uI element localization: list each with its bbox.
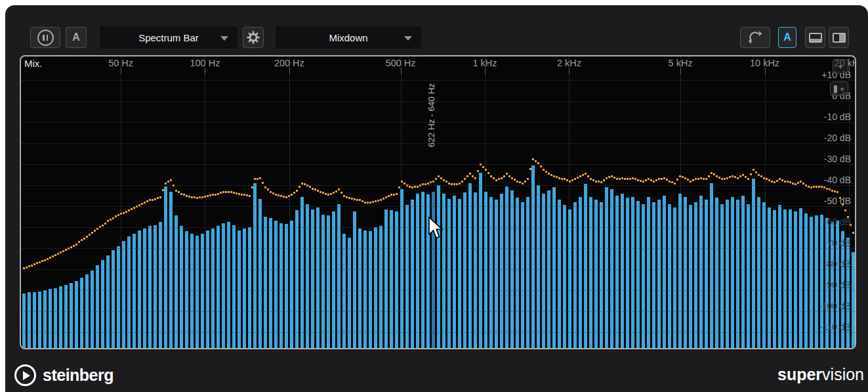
peak-hold-dot bbox=[317, 190, 319, 192]
spectrum-bar bbox=[657, 200, 661, 348]
spectrum-bar bbox=[300, 197, 304, 348]
spectrum-bar bbox=[573, 202, 577, 348]
peak-hold-dot bbox=[721, 178, 723, 180]
brand-name: steinberg bbox=[43, 366, 114, 385]
peak-hold-dot bbox=[697, 178, 699, 180]
frequency-tick-label: 50 Hz bbox=[91, 58, 150, 68]
peak-hold-dot bbox=[411, 186, 413, 188]
spectrum-bar bbox=[699, 196, 703, 348]
module-type-select[interactable]: Spectrum Bar bbox=[100, 26, 238, 49]
frequency-tick-label: 10 kHz bbox=[735, 58, 795, 68]
spectrum-bar bbox=[222, 223, 225, 348]
peak-hold-dot bbox=[577, 177, 579, 179]
peak-hold-dot bbox=[299, 186, 300, 188]
spectrum-bar bbox=[91, 271, 94, 348]
peak-hold-dot bbox=[285, 196, 287, 198]
layout-bottom-button[interactable] bbox=[805, 27, 825, 48]
spectrum-bar bbox=[663, 196, 666, 348]
peak-hold-dot bbox=[440, 177, 442, 179]
peak-hold-dot bbox=[834, 190, 836, 192]
spectrum-bar bbox=[211, 229, 215, 348]
peak-hold-dot bbox=[700, 177, 702, 179]
setup-a-button[interactable]: A bbox=[778, 27, 796, 48]
spectrum-bar bbox=[463, 192, 466, 348]
peak-hold-dot bbox=[837, 191, 838, 193]
peak-hold-dot bbox=[26, 267, 28, 269]
peak-hold-dot bbox=[296, 190, 298, 192]
zoom-y-control[interactable]: + bbox=[830, 81, 848, 96]
chevron-down-icon bbox=[220, 36, 228, 41]
peak-hold-dot bbox=[729, 176, 731, 178]
spectrum-bar bbox=[768, 207, 771, 348]
peak-hold-dot bbox=[682, 176, 684, 178]
channel-select[interactable]: Mixdown bbox=[276, 26, 421, 49]
peak-hold-dot bbox=[548, 173, 550, 175]
peak-hold-dot bbox=[585, 173, 587, 175]
module-a-button[interactable]: A bbox=[66, 27, 87, 48]
peak-hold-dot bbox=[60, 251, 62, 253]
peak-hold-dot bbox=[220, 192, 222, 194]
peak-hold-dot bbox=[52, 255, 54, 257]
peak-hold-dot bbox=[354, 198, 356, 200]
peak-hold-dot bbox=[396, 193, 398, 195]
peak-hold-dot bbox=[532, 158, 534, 160]
peak-hold-dot bbox=[808, 186, 810, 188]
spectrum-bar bbox=[164, 186, 167, 348]
peak-hold-dot bbox=[747, 178, 749, 180]
spectrum-bar bbox=[159, 222, 162, 348]
peak-hold-dot bbox=[264, 186, 266, 188]
peak-hold-dot bbox=[375, 200, 377, 202]
spectrum-bar bbox=[458, 199, 461, 348]
peak-hold-dot bbox=[47, 258, 49, 260]
peak-hold-dot bbox=[149, 199, 151, 201]
peak-hold-dot bbox=[238, 193, 240, 195]
peak-hold-dot bbox=[403, 183, 405, 185]
peak-hold-dot bbox=[490, 175, 492, 177]
peak-hold-dot bbox=[718, 177, 720, 179]
settings-button[interactable] bbox=[243, 27, 264, 48]
spectrum-bar bbox=[80, 278, 83, 348]
peak-hold-dot bbox=[28, 265, 30, 267]
peak-hold-dot bbox=[445, 181, 447, 183]
peak-hold-dot bbox=[91, 232, 93, 234]
peak-hold-dot bbox=[346, 196, 348, 198]
spectrum-plot[interactable]: Mix. 50 Hz100 Hz200 Hz500 Hz1 kHz2 kHz5 … bbox=[20, 55, 856, 349]
spectrum-bar bbox=[594, 200, 598, 348]
peak-hold-dot bbox=[41, 260, 43, 262]
pause-circle-icon bbox=[37, 30, 54, 46]
spectrum-bar bbox=[306, 204, 309, 348]
peak-hold-dot bbox=[359, 199, 361, 201]
peak-hold-dot bbox=[553, 175, 555, 177]
peak-hold-dot bbox=[270, 191, 272, 193]
peak-hold-dot bbox=[335, 190, 337, 192]
peak-hold-dot bbox=[293, 192, 295, 194]
peak-hold-dot bbox=[676, 179, 678, 181]
spectrum-bar bbox=[43, 290, 47, 348]
peak-hold-dot bbox=[810, 186, 812, 188]
peak-hold-dot bbox=[217, 193, 219, 195]
peak-hold-dot bbox=[600, 181, 602, 183]
spectrum-bar bbox=[747, 204, 750, 348]
spectrum-bar bbox=[311, 209, 314, 348]
peak-hold-dot bbox=[750, 173, 752, 175]
spectrum-bar bbox=[232, 225, 236, 348]
spectrum-bar bbox=[264, 217, 267, 348]
spectrum-bar bbox=[358, 229, 362, 348]
peak-hold-dot bbox=[587, 175, 589, 177]
peak-hold-dot bbox=[196, 197, 198, 199]
layout-right-button[interactable] bbox=[829, 27, 849, 48]
peak-hold-dot bbox=[595, 181, 597, 183]
peak-hold-dot bbox=[816, 186, 817, 188]
spectrum-bar bbox=[500, 194, 503, 348]
peak-hold-dot bbox=[215, 194, 217, 196]
peak-hold-dot bbox=[178, 191, 180, 193]
chevron-down-icon bbox=[404, 36, 412, 41]
pause-button[interactable] bbox=[30, 27, 60, 48]
zoom-x-control[interactable]: + bbox=[833, 59, 848, 74]
peak-hold-dot bbox=[569, 181, 571, 183]
peak-hold-dot bbox=[427, 183, 429, 185]
reset-button[interactable] bbox=[740, 27, 770, 48]
peak-hold-dot bbox=[314, 188, 316, 190]
peak-hold-dot bbox=[430, 181, 432, 183]
peak-hold-dot bbox=[653, 181, 655, 183]
